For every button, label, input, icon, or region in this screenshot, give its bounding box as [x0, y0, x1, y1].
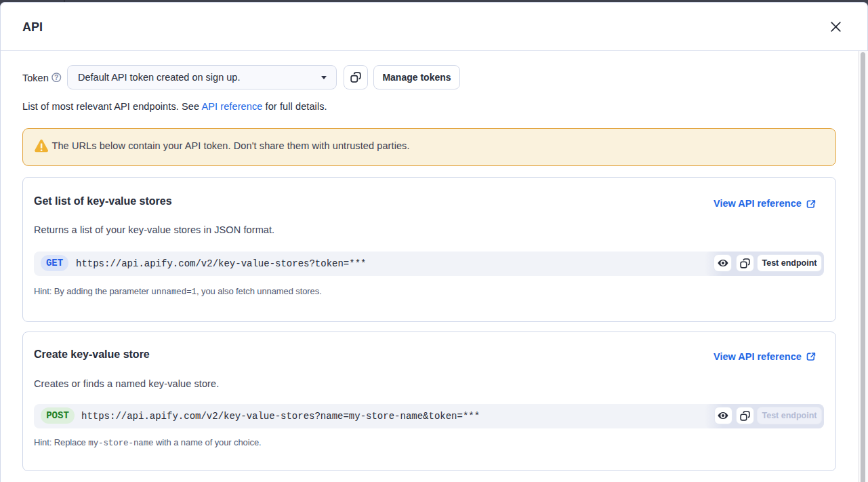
svg-text:?: ?	[54, 73, 58, 81]
